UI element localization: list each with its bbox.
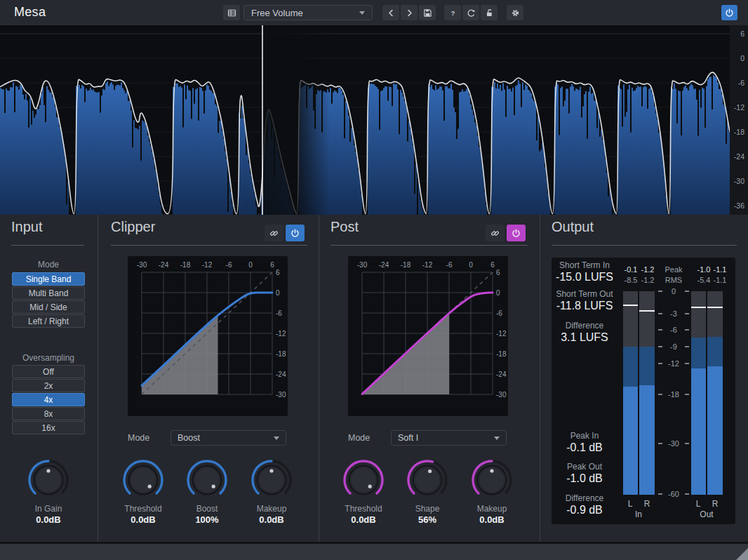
post-power-button[interactable] bbox=[507, 225, 526, 241]
knob-label: In Gain bbox=[20, 504, 76, 514]
lock-button[interactable] bbox=[481, 5, 497, 20]
knob-dial[interactable] bbox=[341, 458, 386, 502]
meter-group-label: Out bbox=[690, 509, 723, 519]
knob-dial[interactable] bbox=[121, 458, 166, 502]
clipper-makeup-knob[interactable]: Makeup0.0dB bbox=[243, 458, 300, 525]
knob-dial[interactable] bbox=[405, 458, 450, 502]
meter-peak-fill bbox=[623, 347, 638, 387]
output-meter-box: Short Term In-15.0 LUFSShort Term Out-11… bbox=[552, 258, 735, 524]
scale-tick-label: -30 bbox=[662, 439, 686, 448]
stat-value: -0.1 dB bbox=[552, 441, 617, 454]
ab-compare-button[interactable] bbox=[462, 5, 479, 20]
scale-tick-label: -18 bbox=[662, 390, 686, 399]
help-button[interactable]: ? bbox=[444, 5, 461, 20]
next-preset-button[interactable] bbox=[401, 5, 418, 20]
chevron-right-icon bbox=[403, 7, 415, 19]
knob-dial[interactable] bbox=[26, 458, 71, 502]
clipper-threshold-knob[interactable]: Threshold0.0dB bbox=[115, 458, 171, 525]
graph-y-tick: -6 bbox=[276, 309, 282, 317]
knob-dial[interactable] bbox=[185, 458, 229, 502]
post-mode-label: Mode bbox=[348, 433, 370, 443]
graph-x-tick: -30 bbox=[357, 261, 368, 269]
clipper-mode-dropdown[interactable]: Boost bbox=[171, 430, 286, 446]
clipper-link-button[interactable] bbox=[265, 225, 283, 241]
knob-dial[interactable] bbox=[469, 458, 514, 502]
knob-value: 0.0dB bbox=[335, 514, 392, 525]
mode-group-label: Mode bbox=[12, 260, 85, 269]
clipper-panel-title: Clipper bbox=[111, 219, 155, 235]
wave-scale-label: -12 bbox=[730, 103, 744, 112]
knob-label: Shape bbox=[399, 504, 455, 514]
wave-scale-label: -24 bbox=[730, 152, 744, 161]
graph-y-tick: -18 bbox=[496, 350, 507, 358]
meter-peak-hold-line bbox=[707, 307, 723, 308]
gear-icon bbox=[509, 7, 521, 19]
post-makeup-knob[interactable]: Makeup0.0dB bbox=[464, 458, 520, 525]
mode-option-single-band[interactable]: Single Band bbox=[12, 272, 85, 286]
master-power-button[interactable] bbox=[721, 5, 737, 20]
oversampling-option-2x[interactable]: 2x bbox=[12, 379, 85, 392]
oversampling-option-16x[interactable]: 16x bbox=[12, 421, 85, 434]
settings-button[interactable] bbox=[507, 5, 523, 20]
clipper-boost-knob[interactable]: Boost100% bbox=[179, 458, 235, 525]
wave-scale-label: -18 bbox=[730, 128, 744, 136]
power-icon bbox=[289, 227, 301, 239]
meter-peak-hold-line bbox=[623, 305, 638, 306]
scale-tick-label: -3 bbox=[662, 309, 686, 318]
meter-peak-fill bbox=[707, 337, 723, 366]
graph-x-tick: 6 bbox=[270, 261, 274, 269]
graph-y-tick: -6 bbox=[496, 309, 502, 317]
mesa-plugin-window: Mesa ? Free Volume 60-6-12-18-24-30-36 I… bbox=[0, 0, 748, 560]
scale-tick-label: -6 bbox=[662, 326, 686, 334]
out-meter-left bbox=[691, 291, 706, 495]
svg-text:?: ? bbox=[450, 9, 455, 16]
save-icon bbox=[422, 7, 434, 19]
oversampling-option-8x[interactable]: 8x bbox=[12, 407, 85, 420]
preset-list-button[interactable] bbox=[223, 5, 240, 20]
link-icon bbox=[489, 227, 501, 239]
chevron-down-icon bbox=[274, 436, 279, 440]
post-mode-dropdown[interactable]: Soft I bbox=[391, 430, 507, 446]
clipper-power-button[interactable] bbox=[286, 225, 305, 241]
graph-y-tick: -24 bbox=[496, 371, 507, 378]
meter-rms-fill bbox=[623, 387, 638, 495]
knob-label: Makeup bbox=[464, 504, 520, 514]
graph-x-tick: 6 bbox=[490, 261, 495, 269]
in-meter-left bbox=[623, 291, 638, 495]
oversampling-option-off[interactable]: Off bbox=[12, 365, 85, 378]
preset-list-icon bbox=[226, 7, 238, 19]
stat-value: -15.0 LUFS bbox=[552, 271, 617, 284]
mode-option-multi-band[interactable]: Multi Band bbox=[12, 286, 85, 300]
channel-label: L bbox=[690, 499, 706, 509]
knob-dial[interactable] bbox=[249, 458, 294, 502]
preset-value: Free Volume bbox=[251, 8, 303, 18]
post-shape-knob[interactable]: Shape56% bbox=[399, 458, 455, 525]
chevron-down-icon bbox=[359, 11, 365, 15]
graph-x-tick: -24 bbox=[159, 261, 169, 269]
power-icon bbox=[510, 227, 522, 239]
save-preset-button[interactable] bbox=[419, 5, 436, 20]
stat-label: Difference bbox=[552, 493, 617, 503]
stat-peak_stats-2: Difference-0.9 dB bbox=[552, 493, 617, 516]
meter-header-value: -1.1 bbox=[709, 276, 730, 284]
stat-loudness_stats-1: Short Term Out-11.8 LUFS bbox=[552, 289, 617, 312]
in-gain-knob[interactable]: In Gain0.0dB bbox=[20, 458, 76, 525]
oversampling-option-4x[interactable]: 4x bbox=[12, 393, 85, 406]
mode-option-left-right[interactable]: Left / Right bbox=[12, 314, 85, 328]
stat-value: -0.9 dB bbox=[552, 504, 617, 516]
graph-x-tick: -30 bbox=[137, 261, 147, 269]
stat-value: 3.1 LUFS bbox=[552, 331, 617, 344]
out-meter-right bbox=[707, 291, 723, 495]
mode-option-mid-side[interactable]: Mid / Side bbox=[12, 300, 85, 314]
preset-dropdown[interactable]: Free Volume bbox=[243, 5, 373, 20]
meter-header-value: Peak bbox=[663, 265, 684, 274]
knob-value: 0.0dB bbox=[20, 514, 76, 525]
meter-rms-fill bbox=[707, 366, 723, 495]
meter-header-value: RMS bbox=[663, 276, 684, 284]
status-bar bbox=[0, 542, 748, 560]
prev-preset-button[interactable] bbox=[382, 5, 399, 20]
post-link-button[interactable] bbox=[486, 225, 505, 241]
post-threshold-knob[interactable]: Threshold0.0dB bbox=[335, 458, 392, 525]
resize-handle[interactable] bbox=[736, 548, 748, 560]
panel-divider bbox=[98, 215, 98, 542]
